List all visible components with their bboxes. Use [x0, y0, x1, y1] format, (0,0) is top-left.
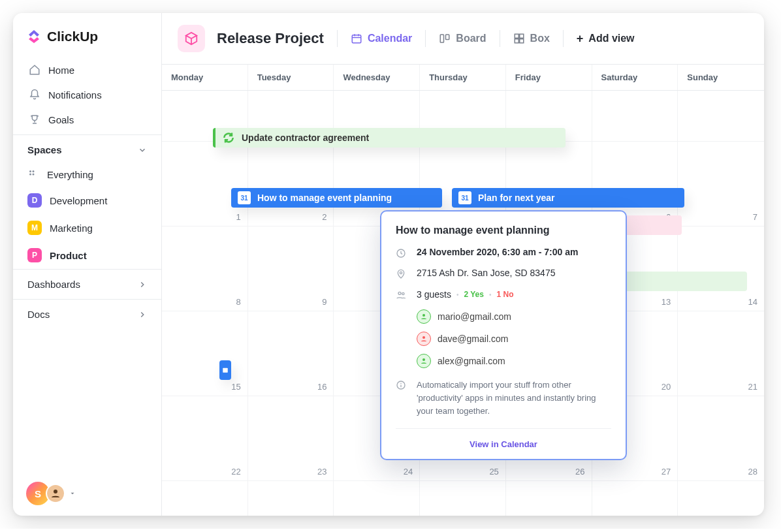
calendar-cell[interactable]: 2 [248, 142, 334, 227]
svg-rect-12 [223, 368, 228, 373]
calendar-cell[interactable]: 1 [420, 481, 506, 516]
guest-row: alex@gmail.com [396, 350, 611, 372]
day-header: Saturday [592, 65, 678, 90]
day-number: 2 [322, 212, 327, 222]
chevron-right-icon [138, 280, 147, 289]
nav-notifications[interactable]: Notifications [21, 82, 153, 107]
day-header: Tuesday [248, 65, 334, 90]
calendar-cell[interactable]: 30 [248, 481, 334, 516]
view-box[interactable]: Box [513, 33, 550, 44]
calendar-cell[interactable]: 9 [248, 227, 334, 311]
nav-docs[interactable]: Docs [13, 299, 161, 329]
view-in-calendar-link[interactable]: View in Calendar [470, 439, 537, 449]
space-marketing[interactable]: M Marketing [13, 214, 161, 242]
nav-label: Home [48, 65, 74, 76]
calendar-cell[interactable]: 4 [678, 481, 764, 516]
spaces-header[interactable]: Spaces [13, 134, 161, 162]
brand-text: ClickUp [47, 29, 98, 44]
svg-point-3 [33, 174, 35, 176]
grid-icon [513, 33, 525, 44]
space-product[interactable]: P Product [13, 242, 161, 269]
space-badge: M [27, 221, 42, 235]
calendar-cell[interactable]: 29 [162, 481, 248, 516]
nav-label: Goals [48, 114, 74, 125]
calendar-cell[interactable]: 14 [678, 227, 764, 311]
calendar-cell[interactable]: 15 [162, 311, 248, 396]
day-number: 23 [317, 467, 327, 477]
calendar-cell[interactable]: 22 [162, 396, 248, 481]
svg-rect-8 [515, 34, 518, 38]
calendar-cell[interactable]: 8 [162, 227, 248, 311]
chevron-right-icon [138, 310, 147, 319]
view-calendar[interactable]: Calendar [351, 33, 412, 44]
calendar-badge-icon [222, 366, 229, 375]
home-icon [29, 64, 40, 76]
guest-row: mario@gmail.com [396, 305, 611, 328]
popover-footer: View in Calendar [396, 428, 611, 459]
add-view-button[interactable]: + Add view [577, 32, 635, 46]
space-development[interactable]: D Development [13, 187, 161, 214]
calendar-cell[interactable]: 23 [248, 396, 334, 481]
event-contractor[interactable]: Update contractor agreement [213, 128, 566, 148]
calendar-cell[interactable]: 21 [678, 311, 764, 396]
guest-email: mario@gmail.com [438, 311, 511, 322]
calendar-cell[interactable]: 31 [334, 481, 420, 516]
day-header: Friday [506, 65, 592, 90]
svg-rect-11 [519, 39, 523, 43]
event-plan[interactable]: 31 Plan for next year [452, 188, 684, 208]
view-label: Box [530, 33, 550, 44]
day-number: 20 [661, 382, 671, 392]
event-popover: How to manage event planning 24 November… [380, 210, 627, 460]
view-board[interactable]: Board [439, 33, 486, 44]
event-label: Plan for next year [478, 193, 555, 203]
rsvp-no: 1 No [496, 290, 513, 299]
guest-avatar [417, 354, 431, 368]
bell-icon [29, 89, 40, 101]
calendar-cell[interactable] [678, 91, 764, 142]
view-label: Board [456, 33, 486, 44]
day-number: 21 [748, 382, 757, 392]
people-icon [396, 290, 406, 300]
user-switcher[interactable]: S [26, 482, 76, 505]
svg-rect-10 [515, 39, 518, 43]
dot-separator: • [489, 291, 492, 298]
popover-description-row: Automatically import your stuff from oth… [396, 379, 611, 418]
calendar-cell[interactable]: 1 [162, 142, 248, 227]
popover-guests-row: 3 guests • 2 Yes • 1 No [396, 289, 611, 300]
calendar-cell[interactable] [592, 91, 678, 142]
guest-email: alex@gmail.com [438, 356, 505, 366]
nav-goals[interactable]: Goals [21, 107, 153, 132]
space-everything[interactable]: Everything [13, 162, 161, 187]
divider [563, 30, 564, 47]
sidebar: ClickUp Home Notifications Goals Spaces … [13, 13, 162, 516]
day-number: 9 [322, 297, 327, 307]
svg-point-15 [398, 292, 401, 294]
nav-home[interactable]: Home [21, 57, 153, 82]
svg-point-17 [422, 314, 425, 317]
location-icon [396, 269, 406, 279]
svg-rect-9 [519, 34, 523, 38]
nav-primary: Home Notifications Goals [13, 55, 161, 134]
topbar: Release Project Calendar Board Box + Add… [162, 13, 764, 65]
calendar-cell[interactable]: 16 [248, 311, 334, 396]
event-manage[interactable]: 31 How to manage event planning [231, 188, 442, 208]
day-number: 26 [575, 467, 584, 477]
brand-logo[interactable]: ClickUp [13, 13, 161, 55]
svg-point-16 [402, 292, 404, 294]
calendar-cell[interactable]: 3 [592, 481, 678, 516]
calendar-cell[interactable]: 7 [678, 142, 764, 227]
info-icon [396, 380, 406, 390]
divider [425, 30, 426, 47]
project-title: Release Project [217, 30, 324, 47]
refresh-icon [222, 131, 235, 144]
nav-dashboards[interactable]: Dashboards [13, 269, 161, 299]
svg-point-14 [400, 272, 402, 274]
space-label: Marketing [50, 223, 93, 234]
svg-rect-5 [352, 35, 361, 43]
project-icon[interactable] [178, 25, 205, 52]
calendar-cell[interactable]: 2 [506, 481, 592, 516]
event-stub[interactable] [219, 360, 231, 380]
day-number: 8 [236, 297, 240, 307]
popover-location-row: 2715 Ash Dr. San Jose, SD 83475 [396, 268, 611, 279]
calendar-cell[interactable]: 28 [678, 396, 764, 481]
